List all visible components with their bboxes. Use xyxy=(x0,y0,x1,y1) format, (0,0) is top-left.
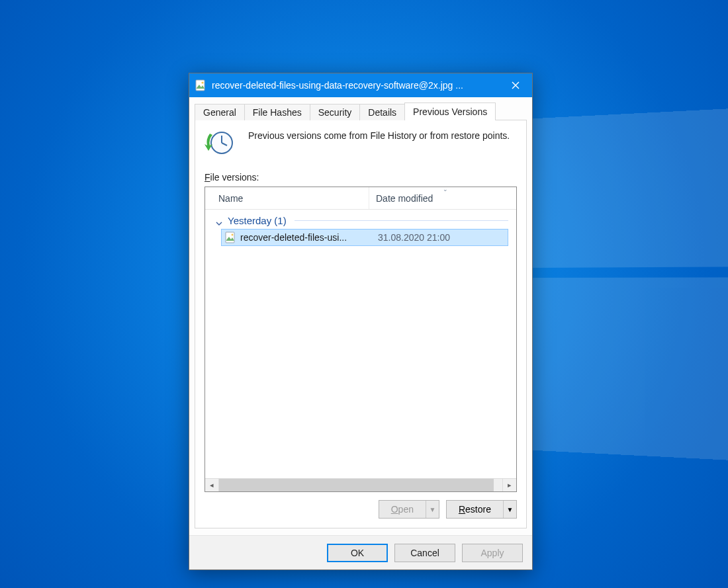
list-item-date: 31.08.2020 21:00 xyxy=(371,232,450,243)
tab-previous-versions[interactable]: Previous Versions xyxy=(404,103,496,120)
tab-file-hashes[interactable]: File Hashes xyxy=(244,104,310,120)
action-buttons-row: Open ▼ Restore ▼ xyxy=(205,492,517,519)
file-versions-label: File versions: xyxy=(205,172,517,183)
ok-button[interactable]: OK xyxy=(327,544,388,562)
scroll-right-icon[interactable]: ▸ xyxy=(503,479,516,491)
scroll-left-icon[interactable]: ◂ xyxy=(205,479,218,491)
file-versions-list: Name ⌄ Date modified Yesterday (1) xyxy=(205,187,517,492)
restore-split-dropdown[interactable]: ▼ xyxy=(503,501,516,518)
apply-button[interactable]: Apply xyxy=(462,544,523,562)
titlebar[interactable]: recover-deleted-files-using-data-recover… xyxy=(189,73,532,97)
horizontal-scrollbar[interactable]: ◂ ▸ xyxy=(205,478,516,491)
tab-security[interactable]: Security xyxy=(310,104,361,120)
list-header: Name ⌄ Date modified xyxy=(205,187,516,210)
restore-split-button[interactable]: Restore ▼ xyxy=(446,500,517,519)
open-split-button[interactable]: Open ▼ xyxy=(379,500,439,519)
tab-strip: General File Hashes Security Details Pre… xyxy=(195,101,527,120)
group-label: Yesterday (1) xyxy=(228,215,287,226)
dialog-footer: OK Cancel Apply xyxy=(189,535,532,569)
window-title: recover-deleted-files-using-data-recover… xyxy=(212,80,499,91)
svg-point-1 xyxy=(201,81,203,83)
list-body[interactable]: Yesterday (1) recover-deleted-files-usi.… xyxy=(205,210,516,478)
column-header-date-label: Date modified xyxy=(376,193,433,204)
sort-indicator-icon: ⌄ xyxy=(443,187,448,192)
cancel-button[interactable]: Cancel xyxy=(394,544,455,562)
close-button[interactable] xyxy=(499,73,532,97)
tab-panel-previous-versions: Previous versions come from File History… xyxy=(195,120,527,528)
list-item[interactable]: recover-deleted-files-usi... 31.08.2020 … xyxy=(221,229,508,246)
image-file-icon xyxy=(195,79,206,91)
open-split-dropdown[interactable]: ▼ xyxy=(426,501,439,518)
properties-dialog: recover-deleted-files-using-data-recover… xyxy=(189,73,533,570)
intro-text: Previous versions come from File History… xyxy=(248,130,510,156)
clock-history-icon xyxy=(205,130,235,156)
scrollbar-track[interactable] xyxy=(218,479,503,491)
svg-rect-0 xyxy=(196,80,205,91)
group-yesterday[interactable]: Yesterday (1) xyxy=(205,210,516,228)
open-button-label: Open xyxy=(379,501,426,518)
column-header-name[interactable]: Name xyxy=(205,187,369,209)
restore-button-label: Restore xyxy=(447,501,503,518)
list-item-name: recover-deleted-files-usi... xyxy=(240,232,371,243)
intro-row: Previous versions come from File History… xyxy=(205,130,517,156)
tab-general[interactable]: General xyxy=(195,104,245,120)
chevron-down-icon xyxy=(216,218,222,224)
svg-rect-7 xyxy=(226,232,234,243)
group-separator xyxy=(295,220,508,221)
scrollbar-thumb[interactable] xyxy=(219,479,494,491)
column-header-date-modified[interactable]: ⌄ Date modified xyxy=(369,187,516,209)
svg-point-8 xyxy=(232,234,234,236)
tab-details[interactable]: Details xyxy=(359,104,405,120)
image-file-icon xyxy=(224,231,236,243)
